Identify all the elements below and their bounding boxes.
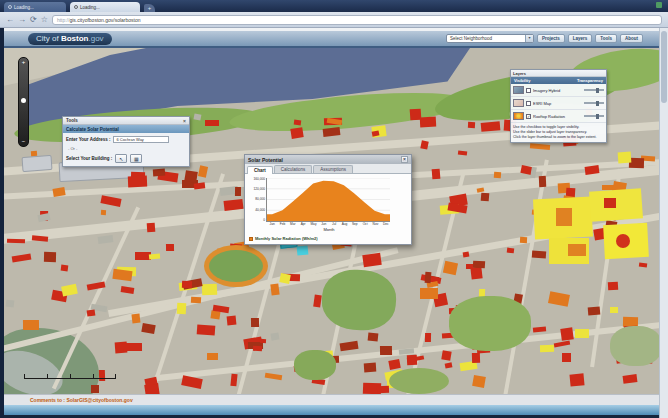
y-tick-label: 120,000 <box>253 188 265 191</box>
address-input[interactable] <box>113 136 169 143</box>
tools-button[interactable]: Tools <box>595 34 617 43</box>
forward-icon[interactable]: → <box>18 15 26 25</box>
map-scale-bar <box>24 374 116 379</box>
map-building <box>419 116 436 127</box>
comments-email-link[interactable]: Comments to : SolarGIS@cityofboston.gov <box>30 397 133 403</box>
select-building-tool-button[interactable]: ↖ <box>115 154 127 163</box>
neighborhood-dropdown[interactable]: Select Neighborhood ▼ <box>446 34 534 43</box>
x-tick-label: Jun <box>319 223 329 226</box>
map-building <box>622 374 636 384</box>
url-bar[interactable]: http:// gis.cityofboston.gov/solarboston <box>52 15 662 25</box>
map-building <box>466 264 473 269</box>
slider-handle[interactable] <box>596 101 599 106</box>
loading-spinner-icon <box>74 5 78 9</box>
map-zoom-slider[interactable]: + − <box>18 57 29 147</box>
map-building <box>340 340 359 350</box>
map-building <box>231 374 238 386</box>
map-building <box>532 251 547 259</box>
map-building <box>182 280 192 287</box>
layer-label: Imagery Hybrid <box>533 88 560 93</box>
tab-chart[interactable]: Chart <box>247 166 273 174</box>
new-tab-button[interactable]: + <box>144 4 155 12</box>
map-building <box>44 251 57 261</box>
browser-tab-1[interactable]: Loading... <box>4 2 66 12</box>
map-building <box>227 316 237 326</box>
zoom-slider-handle[interactable] <box>21 98 26 103</box>
map-building <box>364 362 376 371</box>
transparency-slider[interactable] <box>584 115 604 117</box>
layers-button[interactable]: Layers <box>568 34 593 43</box>
layer-visibility-checkbox[interactable] <box>526 101 531 106</box>
chart-y-labels: 160,000120,00080,00040,0000 <box>249 178 266 222</box>
map-canvas[interactable]: + − Tools × Calculate Solar Potential En… <box>4 48 659 394</box>
map-building <box>198 165 208 178</box>
map-building <box>223 199 243 211</box>
transparency-slider[interactable] <box>584 89 604 91</box>
pointer-select-icon: ↖ <box>119 156 123 162</box>
logo-prefix: City of <box>36 34 61 43</box>
browser-tab-2[interactable]: Loading... <box>70 2 140 12</box>
back-icon[interactable]: ← <box>6 15 14 25</box>
city-of-boston-logo[interactable]: City of Boston.gov <box>28 33 112 45</box>
slider-handle[interactable] <box>596 88 599 93</box>
map-building <box>506 248 514 253</box>
tab-assumptions[interactable]: Assumptions <box>313 165 353 173</box>
site-header: City of Boston.gov Select Neighborhood ▼… <box>4 31 659 48</box>
map-red-building <box>616 234 630 248</box>
close-icon[interactable]: × <box>183 118 186 124</box>
transparency-slider[interactable] <box>584 102 604 104</box>
map-building <box>264 373 282 380</box>
neighborhood-dropdown-value: Select Neighborhood <box>450 36 492 41</box>
aerial-imagery-thumbnail-icon[interactable] <box>513 86 524 94</box>
about-button[interactable]: About <box>620 34 643 43</box>
url-text: gis.cityofboston.gov/solarboston <box>69 17 140 23</box>
layer-row-basemap: ESRI Map <box>511 97 606 110</box>
map-building <box>585 165 600 175</box>
map-building <box>618 151 632 162</box>
logo-bold: Boston <box>61 34 89 43</box>
layer-row-rooftop-radiation: ✓ Rooftop Radiation <box>511 110 606 123</box>
chevron-down-icon: ▼ <box>525 35 533 42</box>
reload-icon[interactable]: ⟳ <box>30 15 37 25</box>
map-building <box>562 353 571 362</box>
map-building <box>6 300 14 308</box>
selected-building-highlight[interactable] <box>297 245 309 255</box>
page-scrollbar[interactable] <box>659 28 668 418</box>
bookmark-star-icon[interactable]: ☆ <box>41 15 48 25</box>
map-building <box>610 307 618 313</box>
map-building <box>207 353 218 360</box>
map-building <box>260 339 266 344</box>
map-building <box>271 332 280 341</box>
x-tick-label: Mar <box>288 223 298 226</box>
map-building <box>409 108 421 119</box>
close-icon[interactable]: × <box>401 156 408 163</box>
zoom-out-icon[interactable]: − <box>19 137 28 146</box>
slider-handle[interactable] <box>596 114 599 119</box>
map-building <box>377 386 389 394</box>
map-building <box>132 313 141 323</box>
map-building <box>191 297 202 303</box>
tab-label: Loading... <box>14 5 34 10</box>
tools-panel-title: Tools <box>66 118 78 123</box>
solar-potential-dialog: Solar Potential × Chart Calculations Ass… <box>244 154 412 245</box>
map-building <box>146 223 154 233</box>
window-control-icon[interactable] <box>656 2 662 8</box>
layers-help-line: Click the layer thumbnail to zoom to the… <box>513 135 604 140</box>
solar-radiation-thumbnail-icon[interactable] <box>513 112 524 120</box>
map-building <box>91 385 99 393</box>
zoom-in-icon[interactable]: + <box>19 58 28 67</box>
layer-visibility-checkbox[interactable]: ✓ <box>526 114 531 119</box>
map-building <box>477 187 485 193</box>
map-building <box>290 127 304 139</box>
map-building <box>472 353 480 364</box>
identify-tool-button[interactable]: ▦ <box>130 154 142 163</box>
street-map-thumbnail-icon[interactable] <box>513 99 524 107</box>
tab-calculations[interactable]: Calculations <box>274 165 313 173</box>
map-building <box>560 327 574 340</box>
map-building <box>141 323 156 334</box>
scrollbar-thumb[interactable] <box>661 31 667 103</box>
map-building <box>123 343 142 352</box>
projects-button[interactable]: Projects <box>537 34 565 43</box>
layer-visibility-checkbox[interactable] <box>526 88 531 93</box>
map-building <box>100 195 121 207</box>
